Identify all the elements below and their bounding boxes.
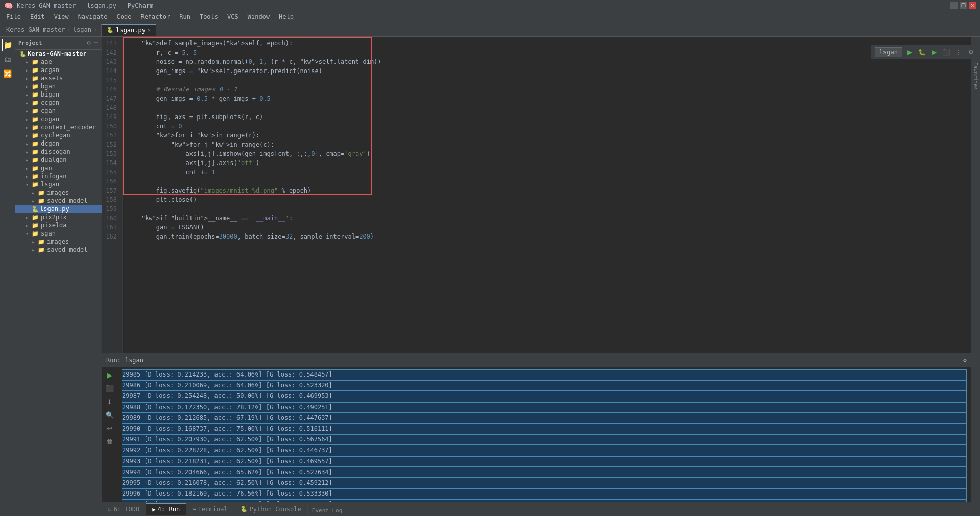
tree-item-ccgan[interactable]: ▸📁ccgan xyxy=(15,99,102,107)
menu-item-tools[interactable]: Tools xyxy=(196,12,222,21)
tab-python-console-label: Python Console xyxy=(250,506,301,513)
tree-item-bgan[interactable]: ▸📁bgan xyxy=(15,82,102,90)
menu-item-vcs[interactable]: VCS xyxy=(223,12,243,21)
tree-item-aae[interactable]: ▸📁aae xyxy=(15,58,102,66)
menu-item-view[interactable]: View xyxy=(50,12,73,21)
tree-item-sgan[interactable]: ▾📁sgan xyxy=(15,229,102,238)
tree-label: Keras-GAN-master xyxy=(28,50,87,57)
menu-item-refactor[interactable]: Refactor xyxy=(136,12,174,21)
activity-project-icon[interactable]: 📁 xyxy=(2,39,14,51)
code-line-154: axs[i,j].axis('off') xyxy=(127,158,967,168)
run-stop-button[interactable]: ⬛ xyxy=(941,47,951,57)
run-clear-btn[interactable]: 🗑 xyxy=(104,436,115,447)
favorites-label[interactable]: Favorites xyxy=(973,62,978,90)
tree-item-images[interactable]: ▸📁images xyxy=(15,238,102,246)
tree-item-dualgan[interactable]: ▸📁dualgan xyxy=(15,156,102,164)
output-line-6: 29991 [D loss: 0.207930, acc.: 62.50%] [… xyxy=(122,434,967,445)
tab-terminal-label: Terminal xyxy=(198,506,228,513)
run-tab-name[interactable]: lsgan xyxy=(125,357,144,364)
tab-todo[interactable]: ☑ 6: TODO xyxy=(102,504,146,515)
title-bar-controls[interactable]: — ❐ ✕ xyxy=(950,2,976,9)
line-num-156: 156 xyxy=(102,177,120,186)
tree-item-infogan[interactable]: ▸📁infogan xyxy=(15,172,102,180)
tree-item-saved_model[interactable]: ▸📁saved_model xyxy=(15,246,102,254)
code-content[interactable]: "kw">def sample_images("kw">self, epoch)… xyxy=(123,37,971,353)
project-panel: Project ⚙ — 🐍Keras-GAN-master▸📁aae▸📁acga… xyxy=(15,37,102,516)
tab-close-icon[interactable]: ✕ xyxy=(148,27,151,33)
tree-item-assets[interactable]: ▸📁assets xyxy=(15,74,102,82)
breadcrumb-part[interactable]: Keras-GAN-master xyxy=(6,26,65,33)
tree-item-acgan[interactable]: ▸📁acgan xyxy=(15,66,102,74)
bottom-area: Run: lsgan ⚙ ▶ ⬛ ⬇ 🔍 ↩ 🗑 29985 [D loss: … xyxy=(102,353,971,516)
todo-icon: ☑ xyxy=(108,506,112,512)
menu-item-edit[interactable]: Edit xyxy=(26,12,49,21)
code-line-148 xyxy=(127,103,967,112)
menu-item-window[interactable]: Window xyxy=(244,12,274,21)
menu-item-help[interactable]: Help xyxy=(275,12,298,21)
tree-item-lsgan_py[interactable]: 🐍lsgan.py xyxy=(15,205,102,213)
tab-run[interactable]: ▶ 4: Run xyxy=(146,503,186,515)
menu-item-navigate[interactable]: Navigate xyxy=(74,12,112,21)
run-content: ▶ ⬛ ⬇ 🔍 ↩ 🗑 29985 [D loss: 0.214233, acc… xyxy=(102,367,971,502)
run-stop-side-btn[interactable]: ⬛ xyxy=(104,383,115,394)
run-coverage-button[interactable]: ▶ xyxy=(929,47,939,57)
output-line-2: 29987 [D loss: 0.254248, acc.: 50.00%] [… xyxy=(122,391,967,402)
tab-label: lsgan.py xyxy=(116,27,146,34)
activity-vcs-icon[interactable]: 🔀 xyxy=(2,67,14,80)
tab-python-console[interactable]: 🐍 Python Console xyxy=(234,504,308,515)
tab-lsgan[interactable]: 🐍 lsgan.py ✕ xyxy=(101,24,156,36)
tree-item-dcgan[interactable]: ▸📁dcgan xyxy=(15,139,102,148)
code-line-147: gen_imgs = 0.5 * gen_imgs + 0.5 xyxy=(127,94,967,103)
breadcrumb-part2[interactable]: lsgan xyxy=(73,26,91,33)
tree-item-saved_model[interactable]: ▸📁saved_model xyxy=(15,197,102,205)
tree-item-bigan[interactable]: ▸📁bigan xyxy=(15,90,102,99)
run-play-button[interactable]: ▶ xyxy=(904,47,915,57)
code-line-153: axs[i,j].imshow(gen_imgs[cnt, :,:,0], cm… xyxy=(127,149,967,158)
menu-item-code[interactable]: Code xyxy=(113,12,136,21)
code-line-145 xyxy=(127,76,967,85)
output-line-9: 29994 [D loss: 0.204666, acc.: 65.62%] [… xyxy=(122,467,967,478)
tree-item-context_encoder[interactable]: ▸📁context_encoder xyxy=(15,123,102,131)
maximize-button[interactable]: ❐ xyxy=(960,2,967,9)
run-scroll-btn[interactable]: ⬇ xyxy=(104,396,115,407)
run-filter-btn[interactable]: 🔍 xyxy=(104,409,115,420)
console-output[interactable]: 29985 [D loss: 0.214233, acc.: 64.06%] [… xyxy=(117,367,971,502)
menu-item-run[interactable]: Run xyxy=(175,12,195,21)
line-num-143: 143 xyxy=(102,57,120,66)
activity-structure-icon[interactable]: 🗂 xyxy=(2,53,14,65)
tab-todo-label: 6: TODO xyxy=(114,506,140,513)
tree-item-lsgan[interactable]: ▾📁lsgan xyxy=(15,180,102,189)
tree-item-cogan[interactable]: ▸📁cogan xyxy=(15,115,102,123)
close-button[interactable]: ✕ xyxy=(969,2,976,9)
menu-item-file[interactable]: File xyxy=(2,12,25,21)
run-settings-button[interactable]: ⚙ xyxy=(966,47,976,57)
line-num-142: 142 xyxy=(102,48,120,57)
run-wrap-btn[interactable]: ↩ xyxy=(104,423,115,434)
run-config-name[interactable]: lsgan xyxy=(875,47,902,57)
tree-item-gan[interactable]: ▸📁gan xyxy=(15,164,102,172)
tab-terminal[interactable]: ▬ Terminal xyxy=(186,504,234,515)
editor-area: 1411421431441451461471481491501511521531… xyxy=(102,37,971,516)
run-settings-gear[interactable]: ⚙ xyxy=(963,357,967,364)
line-num-158: 158 xyxy=(102,195,120,204)
tree-item-pixelda[interactable]: ▸📁pixelda xyxy=(15,221,102,229)
line-num-162: 162 xyxy=(102,232,120,241)
run-debug-button[interactable]: 🐛 xyxy=(917,47,927,57)
run-more-button[interactable]: ⋮ xyxy=(953,47,964,57)
tree-item-cgan[interactable]: ▸📁cgan xyxy=(15,107,102,115)
breadcrumb-sep2: › xyxy=(93,26,97,33)
tree-label: dualgan xyxy=(41,156,67,163)
code-line-155: cnt += 1 xyxy=(127,168,967,177)
tree-item-Keras-GAN-master[interactable]: 🐍Keras-GAN-master xyxy=(15,50,102,58)
project-icon-minimize[interactable]: — xyxy=(93,39,99,47)
tree-item-pix2pix[interactable]: ▸📁pix2pix xyxy=(15,213,102,221)
tree-item-images[interactable]: ▸📁images xyxy=(15,189,102,197)
run-play-side-btn[interactable]: ▶ xyxy=(104,369,115,381)
output-line-10: 29995 [D loss: 0.216078, acc.: 62.50%] [… xyxy=(122,478,967,488)
minimize-button[interactable]: — xyxy=(950,2,958,9)
project-icon-gear[interactable]: ⚙ xyxy=(86,39,92,47)
code-container: 1411421431441451461471481491501511521531… xyxy=(102,37,971,353)
event-log-button[interactable]: Event Log xyxy=(308,505,347,516)
tree-item-cyclegan[interactable]: ▸📁cyclegan xyxy=(15,131,102,139)
tree-item-discogan[interactable]: ▸📁discogan xyxy=(15,148,102,156)
